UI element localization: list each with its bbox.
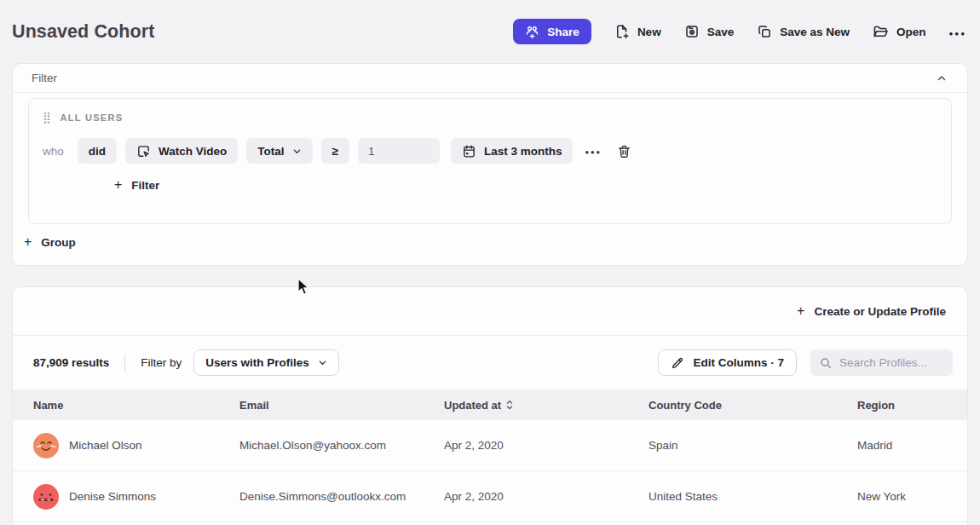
- add-filter-button[interactable]: + Filter: [114, 178, 159, 192]
- share-button[interactable]: Share: [513, 19, 591, 44]
- create-or-update-profile-button[interactable]: + Create or Update Profile: [797, 304, 946, 318]
- table-row[interactable]: Michael Olson Michael.Olson@yahoox.com A…: [13, 420, 967, 471]
- results-toolbar-left: 87,909 results Filter by Users with Prof…: [33, 349, 339, 376]
- filter-panel-title: Filter: [32, 72, 57, 84]
- plus-icon: +: [797, 304, 804, 318]
- column-header-label: Country Code: [649, 399, 722, 412]
- updated-at-cell: Apr 2, 2020: [444, 490, 649, 503]
- profile-name: Michael Olson: [69, 439, 142, 452]
- add-group-button[interactable]: + Group: [24, 235, 76, 249]
- email-cell: Denise.Simmons@outlookx.com: [239, 490, 444, 503]
- table-row[interactable]: Denise Simmons Denise.Simmons@outlookx.c…: [13, 471, 967, 522]
- name-cell: Denise Simmons: [33, 484, 239, 510]
- filter-panel: Filter ⣿ ALL USERS who did Watch Vid: [12, 63, 968, 266]
- sort-icon[interactable]: [505, 400, 514, 410]
- profile-filter-value: Users with Profiles: [205, 356, 309, 369]
- column-header-label: Region: [857, 399, 895, 412]
- column-header-email[interactable]: Email: [239, 399, 444, 412]
- create-profile-row: + Create or Update Profile: [13, 287, 967, 336]
- copy-icon: [757, 24, 772, 39]
- toolbar: Share New Save Save as: [513, 19, 966, 44]
- event-chip[interactable]: Watch Video: [125, 138, 238, 164]
- chevron-down-icon: [318, 358, 327, 367]
- more-options-button[interactable]: ●●●: [949, 26, 967, 38]
- new-button-label: New: [637, 26, 661, 38]
- column-header-country-code[interactable]: Country Code: [649, 399, 857, 412]
- new-button[interactable]: New: [614, 24, 661, 39]
- avatar: [33, 433, 59, 459]
- page-title: Unsaved Cohort: [12, 21, 154, 43]
- operator-chip[interactable]: ≥: [321, 138, 349, 164]
- chevron-down-icon: [292, 147, 302, 156]
- topbar: Unsaved Cohort Share New: [0, 0, 980, 63]
- email-cell: Michael.Olson@yahoox.com: [239, 439, 444, 452]
- date-range-chip-label: Last 3 months: [484, 145, 562, 158]
- open-folder-icon: [873, 24, 889, 40]
- calendar-icon: [462, 144, 476, 159]
- save-as-new-button[interactable]: Save as New: [757, 24, 850, 39]
- profile-name: Denise Simmons: [69, 490, 156, 503]
- search-box: [810, 349, 953, 376]
- share-users-icon: [525, 25, 539, 39]
- column-header-region[interactable]: Region: [857, 399, 967, 412]
- region-cell: Madrid: [857, 439, 967, 452]
- chevron-up-icon: [937, 73, 947, 84]
- column-header-label: Email: [239, 399, 269, 412]
- event-click-icon: [136, 144, 151, 159]
- column-header-label: Name: [33, 399, 63, 412]
- profile-filter-dropdown[interactable]: Users with Profiles: [193, 349, 339, 376]
- edit-columns-button[interactable]: Edit Columns · 7: [658, 349, 797, 376]
- updated-at-cell: Apr 2, 2020: [444, 439, 649, 452]
- name-cell: Michael Olson: [33, 433, 239, 459]
- aggregation-chip[interactable]: Total: [246, 138, 312, 164]
- edit-columns-label: Edit Columns · 7: [693, 356, 784, 369]
- column-header-label: Updated at: [444, 399, 501, 412]
- cohort-group-card: ⣿ ALL USERS who did Watch Video Total: [28, 98, 952, 224]
- share-button-label: Share: [547, 26, 579, 38]
- new-file-icon: [614, 24, 630, 39]
- aggregation-chip-label: Total: [257, 145, 284, 158]
- plus-icon: +: [114, 178, 122, 192]
- operator-chip-label: ≥: [332, 145, 338, 158]
- filter-condition-row: who did Watch Video Total ≥: [43, 138, 937, 164]
- results-toolbar-right: Edit Columns · 7: [658, 349, 953, 376]
- filter-panel-header: Filter: [13, 64, 967, 93]
- group-header: ⣿ ALL USERS: [43, 111, 937, 124]
- country-code-cell: United States: [649, 490, 857, 503]
- save-button[interactable]: Save: [684, 24, 735, 39]
- condition-options-button[interactable]: ●●●: [585, 146, 602, 156]
- plus-icon: +: [24, 235, 32, 249]
- add-filter-label: Filter: [131, 179, 159, 192]
- table-header: Name Email Updated at Country Code Regio…: [13, 389, 967, 420]
- collapse-filter-button[interactable]: [935, 72, 948, 85]
- search-profiles-input[interactable]: [839, 356, 944, 369]
- drag-handle-icon[interactable]: ⣿: [43, 111, 50, 124]
- column-header-updated-at[interactable]: Updated at: [444, 399, 649, 412]
- pencil-icon: [671, 356, 684, 370]
- search-icon: [819, 356, 833, 370]
- save-button-label: Save: [707, 26, 735, 38]
- trash-icon: [617, 144, 631, 159]
- column-header-name[interactable]: Name: [33, 399, 239, 412]
- group-label: ALL USERS: [61, 112, 124, 123]
- avatar-face-neutral: [33, 484, 59, 510]
- meatballs-icon: ●●●: [585, 148, 602, 156]
- results-count: 87,909 results: [33, 356, 109, 369]
- date-range-chip[interactable]: Last 3 months: [451, 138, 574, 164]
- add-group-label: Group: [41, 236, 76, 249]
- did-chip[interactable]: did: [78, 138, 117, 164]
- save-as-new-button-label: Save as New: [780, 26, 850, 38]
- region-cell: New York: [857, 490, 967, 503]
- avatar-face-happy: [33, 433, 59, 459]
- vertical-divider: [124, 354, 125, 372]
- create-or-update-profile-label: Create or Update Profile: [814, 305, 946, 318]
- event-chip-label: Watch Video: [159, 145, 227, 158]
- open-button[interactable]: Open: [873, 24, 926, 40]
- meatballs-icon: ●●●: [949, 30, 967, 38]
- delete-condition-button[interactable]: [615, 142, 633, 160]
- value-input[interactable]: [358, 138, 440, 164]
- avatar: [33, 484, 59, 510]
- save-icon: [684, 24, 700, 39]
- who-label: who: [43, 145, 64, 158]
- filter-by-label: Filter by: [141, 356, 182, 369]
